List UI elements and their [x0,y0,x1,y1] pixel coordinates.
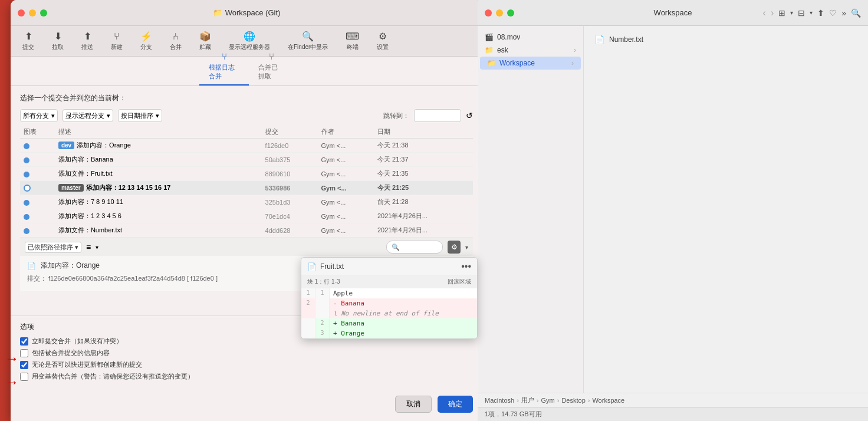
list-icon[interactable]: ≡ [86,242,91,252]
confirm-button[interactable]: 确定 [438,396,473,413]
breadcrumb-item[interactable]: Gym [541,397,554,404]
toolbar-newbranch-label: 新建 [111,43,123,51]
branch-badge: master [58,184,84,192]
gear-arrow-icon[interactable]: ▾ [465,244,468,251]
toolbar-diff[interactable]: ⚡ 分支 [140,31,152,51]
diff-info-left: 块 1：行 1-3 [307,278,340,286]
option-checkbox-1[interactable] [20,349,28,357]
git-window-title: 📁 Workspace (Git) [213,8,281,17]
table-row[interactable]: 添加内容：1 2 3 4 5 670e1dc4Gym <...2021年4月26… [20,209,473,223]
diff-info-right: 回滚区域 [448,278,471,286]
col-graph: 图表 [20,126,55,139]
option-checkbox-0[interactable] [20,337,28,346]
tab-log-merge[interactable]: ⑂ 根据日志合并 [199,48,249,85]
finder-group-arrow[interactable]: ▾ [810,9,813,16]
commit-hash-cell: 5336986 [262,181,318,195]
finder-view-icon[interactable]: ⊞ [778,8,785,18]
breadcrumb-item[interactable]: Macintosh [485,397,514,404]
finder-sidebar-item[interactable]: 📁esk› [478,44,583,57]
commit-desc-cell: 添加内容：1 2 3 4 5 6 [55,209,262,223]
toolbar-finder[interactable]: 🔍 在Finder中显示 [288,31,328,51]
commit-date-cell: 2021年4月26日... [374,223,473,238]
sidebar-item-icon: 📁 [487,59,496,67]
finder-share-icon[interactable]: ⬆ [817,8,824,18]
commit-graph-cell [20,195,55,209]
table-row[interactable]: 添加内容：7 8 9 10 11325b1d3Gym <...前天 21:28 [20,195,473,209]
toolbar-newbranch[interactable]: ⑂ 新建 [111,31,123,51]
commit-author-cell: Gym <... [318,167,374,181]
close-button[interactable] [18,9,25,17]
finder-close-button[interactable] [485,9,492,17]
diff-line-content: + Banana [330,318,477,328]
diff-header: 📄 Fruit.txt ••• [301,258,477,276]
finder-bookmark-icon[interactable]: ♡ [829,8,837,18]
sort-filter[interactable]: 按日期排序 ▾ [118,109,162,122]
toolbar-merge[interactable]: ⑃ 合并 [170,31,182,51]
diff-popup: 📄 Fruit.txt ••• 块 1：行 1-3 回滚区域 11Apple2-… [301,257,478,339]
toolbar-finder-label: 在Finder中显示 [288,43,328,51]
finder-more-icon[interactable]: » [841,8,846,18]
diff-old-num [301,318,315,328]
remote-icon: 🌐 [244,31,255,42]
commit-desc-cell: 添加内容：7 8 9 10 11 [55,195,262,209]
finder-nav-forward[interactable]: › [771,8,774,18]
finder-minimize-button[interactable] [496,9,503,17]
search-input[interactable] [402,244,438,251]
jump-refresh-icon[interactable]: ↺ [466,111,473,120]
commit-hash-cell: 8890610 [262,167,318,181]
commit-table: 图表 描述 提交 作者 日期 dev添加内容：Orangef126de0Gym … [20,126,473,238]
toolbar-pull[interactable]: ⬇ 拉取 [52,31,64,51]
file-item[interactable]: 📄Number.txt [591,33,861,46]
branch-filter[interactable]: 所有分支 ▾ [20,109,58,122]
minimize-button[interactable] [29,9,36,17]
breadcrumb-item[interactable]: Workspace [592,397,624,404]
cancel-button[interactable]: 取消 [395,396,432,413]
tab-fetched-merge[interactable]: ⑂ 合并已抓取 [249,48,294,85]
option-checkbox-2[interactable] [20,361,28,369]
remote-filter[interactable]: 显示远程分支 ▾ [63,109,113,122]
table-row[interactable]: master添加内容：12 13 14 15 16 175336986Gym <… [20,181,473,195]
diff-more-button[interactable]: ••• [461,261,471,272]
toolbar-terminal[interactable]: ⌨ 终端 [346,31,359,51]
finder-view-arrow[interactable]: ▾ [790,9,793,16]
toolbar-push[interactable]: ⬆ 推送 [81,31,93,51]
path-sort-select[interactable]: 已依照路径排序 ▾ [25,242,81,253]
finder-group-icon[interactable]: ⊟ [798,8,805,18]
finder-maximize-button[interactable] [507,9,514,17]
commit-author-cell: Gym <... [318,153,374,167]
option-row: 用变基替代合并（警告：请确保您还没有推送您的变更） [20,372,473,381]
option-checkbox-3[interactable] [20,373,28,381]
finder-sidebar-item[interactable]: 📁Workspace› [480,57,581,70]
diff-info-bar: 块 1：行 1-3 回滚区域 [301,276,477,288]
table-row[interactable]: 添加文件：Number.txt4ddd628Gym <...2021年4月26日… [20,223,473,238]
breadcrumb-item[interactable]: Desktop [561,397,585,404]
toolbar-submit-label: 提交 [22,43,34,51]
breadcrumb-item[interactable]: 用户 [521,396,534,404]
git-title-icon: 📁 [213,8,222,17]
table-row[interactable]: 添加文件：Fruit.txt8890610Gym <...今天 21:35 [20,167,473,181]
table-row[interactable]: dev添加内容：Orangef126de0Gym <...今天 21:38 [20,139,473,153]
newbranch-icon: ⑂ [114,31,120,42]
commit-hash-short: f126de0 [190,275,214,282]
window-controls [18,9,47,17]
table-row[interactable]: 添加内容：Banana50ab375Gym <...今天 21:37 [20,153,473,167]
diff-line: 2+ Banana [301,318,477,328]
diff-icon: ⚡ [140,31,152,42]
finder-search-icon[interactable]: 🔍 [851,8,861,18]
jump-input[interactable] [414,109,461,122]
list-arrow-icon[interactable]: ▾ [96,244,98,251]
finder-window: Workspace ‹ › ⊞ ▾ ⊟ ▾ ⬆ ♡ » 🔍 🎬08.mov📁es… [478,0,868,421]
sidebar-item-arrow: › [571,59,574,67]
diff-line: \ No newline at end of file [301,308,477,318]
gear-button[interactable]: ⚙ [448,241,461,254]
finder-nav-back[interactable]: ‹ [763,8,766,18]
toolbar-settings[interactable]: ⚙ 设置 [377,31,389,51]
toolbar-submit[interactable]: ⬆ 提交 [22,31,34,51]
diff-old-num: 2 [301,298,315,308]
toolbar-merge-label: 合并 [170,43,182,51]
arrow-option1: → [5,350,19,367]
diff-line-content: - Banana [330,298,477,308]
option-label-1: 包括被合并提交的信息内容 [32,348,110,357]
finder-sidebar-item[interactable]: 🎬08.mov [478,31,583,44]
maximize-button[interactable] [40,9,47,17]
